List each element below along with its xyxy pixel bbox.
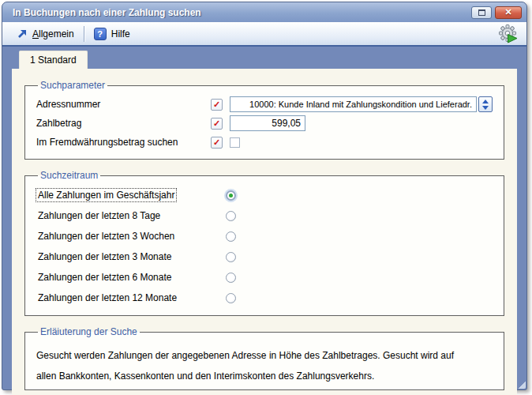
red-check-icon[interactable] [211,99,223,111]
option-label: Zahlungen der letzten 6 Monate [36,271,226,284]
option-label: Zahlungen der letzten 3 Wochen [36,230,226,243]
resize-grip[interactable] [518,381,526,389]
toolbar-separator [84,26,84,42]
adressnummer-label: Adressnummer [36,99,211,110]
spinner-up-icon [482,100,489,103]
option-row: Zahlungen der letzten 3 Wochen [36,226,493,246]
dialog-window: In Buchungen nach einer Zahlung suchen A… [2,2,527,390]
row-adressnummer: Adressnummer 10000: Kunde Inland mit Zah… [36,95,493,114]
arrow-up-right-icon [17,28,28,40]
group-erlaeuterung-title: Erläiuterung der Suche [38,326,140,337]
adressnummer-spinner[interactable] [478,96,493,112]
group-erlaeuterung: Erläiuterung der Suche Gesucht werden Za… [24,326,504,390]
red-check-icon[interactable] [211,118,223,130]
adressnummer-dropdown[interactable]: 10000: Kunde Inland mit Zahlungskonditio… [230,96,477,112]
group-suchzeitraum: Suchzeitraum Alle Zahlungen im Geschäfts… [24,170,504,316]
row-zahlbetrag: Zahlbetrag [36,114,493,133]
fremdwaehrung-label: Im Fremdwährungsbetrag suchen [36,137,211,148]
group-suchparameter-title: Suchparameter [38,80,107,91]
option-label: Zahlungen der letzten 12 Monate [36,292,226,304]
group-suchparameter: Suchparameter Adressnummer 10000: Kunde … [24,80,504,160]
content-panel: Suchparameter Adressnummer 10000: Kunde … [12,69,517,395]
close-button[interactable] [495,6,522,19]
row-fremdwaehrung: Im Fremdwährungsbetrag suchen [36,133,493,152]
option-row: Zahlungen der letzten 12 Monate [36,288,493,308]
radio-12-monate[interactable] [226,293,236,303]
option-row: Alle Zahlungen im Geschäftsjahr [36,185,493,205]
option-row: Zahlungen der letzten 8 Tage [36,205,493,226]
allgemein-button[interactable]: Allgemein [10,26,81,42]
help-icon: ? [94,28,107,40]
hilfe-button[interactable]: ? Hilfe [88,25,137,43]
explanation-line: Gesucht werden Zahlungen der angegebenen… [36,349,493,362]
radio-6-monate[interactable] [226,273,236,283]
group-suchzeitraum-title: Suchzeitraum [38,170,100,181]
radio-3-monate[interactable] [226,252,236,262]
red-check-icon[interactable] [211,137,223,149]
gear-run-icon[interactable] [498,24,519,44]
window-title: In Buchungen nach einer Zahlung suchen [13,7,468,18]
tab-standard[interactable]: 1 Standard [19,51,88,69]
option-label: Zahlungen der letzten 8 Tage [36,209,226,222]
allgemein-button-label: Allgemein [32,28,74,40]
radio-8-tage[interactable] [226,211,236,221]
tab-strip: 1 Standard [2,47,526,69]
zahlbetrag-label: Zahlbetrag [36,118,211,129]
option-label: Alle Zahlungen im Geschäftsjahr [36,189,226,201]
toolbar: Allgemein ? Hilfe [2,22,526,47]
spinner-down-icon [482,106,489,110]
hilfe-button-label: Hilfe [111,28,130,40]
option-row: Zahlungen der letzten 3 Monate [36,246,493,267]
radio-geschaeftsjahr[interactable] [226,190,236,201]
titlebar[interactable]: In Buchungen nach einer Zahlung suchen [2,2,526,22]
option-row: Zahlungen der letzten 6 Monate [36,267,493,288]
radio-3-wochen[interactable] [226,231,236,242]
minimize-button[interactable] [471,6,492,19]
zahlbetrag-input[interactable] [230,115,305,131]
explanation-line: allen Bankkonten, Kassenkonten und den I… [36,370,493,382]
restore-icon [478,9,485,16]
fremdwaehrung-checkbox[interactable] [230,137,240,148]
option-label: Zahlungen der letzten 3 Monate [36,250,226,263]
